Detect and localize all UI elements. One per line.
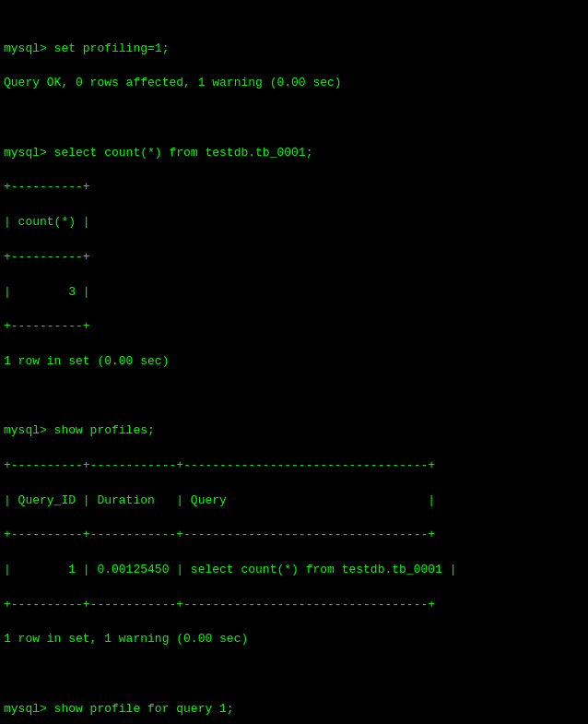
line-15: +----------+------------+---------------… bbox=[4, 527, 584, 544]
line-9: +----------+ bbox=[4, 318, 584, 336]
line-10: 1 row in set (0.00 sec) bbox=[4, 353, 584, 371]
line-12: mysql> show profiles; bbox=[4, 422, 584, 440]
line-16: | 1 | 0.00125450 | select count(*) from … bbox=[4, 562, 584, 579]
line-7: +----------+ bbox=[4, 249, 584, 267]
line-11 bbox=[4, 388, 584, 406]
line-8: | 3 | bbox=[4, 284, 584, 302]
line-5: +----------+ bbox=[4, 179, 584, 196]
line-20: mysql> show profile for query 1; bbox=[4, 701, 584, 718]
line-19 bbox=[4, 666, 584, 683]
line-6: | count(*) | bbox=[4, 214, 584, 231]
line-2: Query OK, 0 rows affected, 1 warning (0.… bbox=[4, 75, 584, 92]
line-14: | Query_ID | Duration | Query | bbox=[4, 493, 584, 510]
line-3 bbox=[4, 110, 584, 127]
terminal-window: mysql> set profiling=1; Query OK, 0 rows… bbox=[0, 0, 588, 724]
line-17: +----------+------------+---------------… bbox=[4, 597, 584, 614]
line-13: +----------+------------+---------------… bbox=[4, 457, 584, 475]
line-18: 1 row in set, 1 warning (0.00 sec) bbox=[4, 631, 584, 648]
line-1: mysql> set profiling=1; bbox=[4, 41, 584, 58]
line-4: mysql> select count(*) from testdb.tb_00… bbox=[4, 145, 584, 162]
